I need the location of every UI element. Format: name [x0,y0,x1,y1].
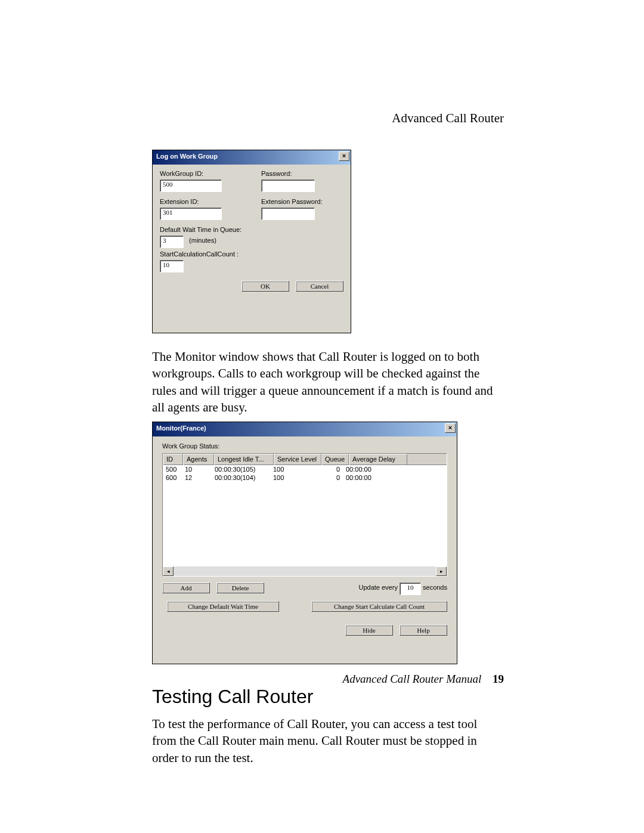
change-default-wait-button[interactable]: Change Default Wait Time [167,601,279,612]
start-calc-input[interactable]: 10 [160,260,184,272]
cancel-button[interactable]: Cancel [296,281,343,292]
cell-id: 600 [163,473,182,482]
password-input[interactable] [261,179,315,192]
change-start-calc-button[interactable]: Change Start Calculate Call Count [311,601,447,612]
wait-time-label: Default Wait Time in Queue: [160,226,343,233]
cell-idle: 00:00:30(104) [212,473,270,482]
column-agents[interactable]: Agents [183,454,214,465]
help-button[interactable]: Help [400,625,447,636]
column-id[interactable]: ID [163,454,183,465]
ok-button[interactable]: OK [242,281,289,292]
cell-sl: 100 [270,473,317,482]
workgroup-status-list[interactable]: IDAgentsLongest Idle T...Service LevelQu… [162,453,447,577]
column-average-delay[interactable]: Average Delay [349,454,407,465]
dialog-titlebar: Log on Work Group × [153,150,351,165]
workgroup-id-input[interactable]: 500 [160,179,222,192]
update-every-pre-label: Update every [358,584,397,591]
cell-queue: 0 [317,465,343,473]
horizontal-scrollbar[interactable]: ◂ ▸ [163,566,447,576]
page-footer: Advanced Call Router Manual 19 [343,673,504,686]
list-header[interactable]: IDAgentsLongest Idle T...Service LevelQu… [163,454,447,465]
logon-workgroup-dialog: Log on Work Group × WorkGroup ID: 500 Pa… [152,150,351,333]
extension-password-label: Extension Password: [261,198,323,205]
hide-button[interactable]: Hide [345,625,393,636]
extension-id-label: Extension ID: [160,198,261,205]
section-heading: Testing Call Router [152,686,313,708]
page-number: 19 [493,673,504,685]
start-calc-label: StartCalculationCallCount : [160,250,343,258]
extension-password-input[interactable] [261,208,315,220]
extension-id-input[interactable]: 301 [160,208,222,220]
monitor-dialog: Monitor(France) × Work Group Status: IDA… [152,422,457,664]
delete-button[interactable]: Delete [216,583,264,593]
column-service-level[interactable]: Service Level [274,454,321,465]
cell-agents: 10 [182,465,212,473]
dialog-title: Monitor(France) [156,425,206,432]
table-row[interactable]: 6001200:00:30(104)100000:00:00 [163,473,447,482]
cell-agents: 12 [182,473,212,482]
cell-delay: 00:00:00 [343,473,400,482]
body-paragraph-2: To test the performance of Call Router, … [152,716,504,766]
password-label: Password: [261,170,315,177]
cell-idle: 00:00:30(105) [212,465,270,473]
cell-delay: 00:00:00 [343,465,400,473]
close-icon[interactable]: × [445,423,456,433]
update-every-input[interactable]: 10 [400,583,421,595]
wait-time-input[interactable]: 3 [160,236,184,248]
workgroup-id-label: WorkGroup ID: [160,170,261,177]
update-every-post-label: seconds [423,584,447,591]
column-queue[interactable]: Queue [321,454,349,465]
cell-queue: 0 [317,473,343,482]
dialog-titlebar: Monitor(France) × [153,422,457,436]
footer-text: Advanced Call Router Manual [343,673,482,685]
workgroup-status-label: Work Group Status: [162,442,447,450]
body-paragraph-1: The Monitor window shows that Call Route… [152,348,504,416]
cell-id: 500 [163,465,182,473]
running-header: Advanced Call Router [392,111,504,126]
scroll-left-icon[interactable]: ◂ [163,566,174,576]
scroll-right-icon[interactable]: ▸ [436,566,447,576]
minutes-label: (minutes) [189,237,216,244]
add-button[interactable]: Add [162,583,210,593]
table-row[interactable]: 5001000:00:30(105)100000:00:00 [163,465,447,473]
dialog-title: Log on Work Group [156,153,218,160]
cell-sl: 100 [270,465,317,473]
close-icon[interactable]: × [339,151,349,161]
column-longest-idle[interactable]: Longest Idle T... [214,454,274,465]
